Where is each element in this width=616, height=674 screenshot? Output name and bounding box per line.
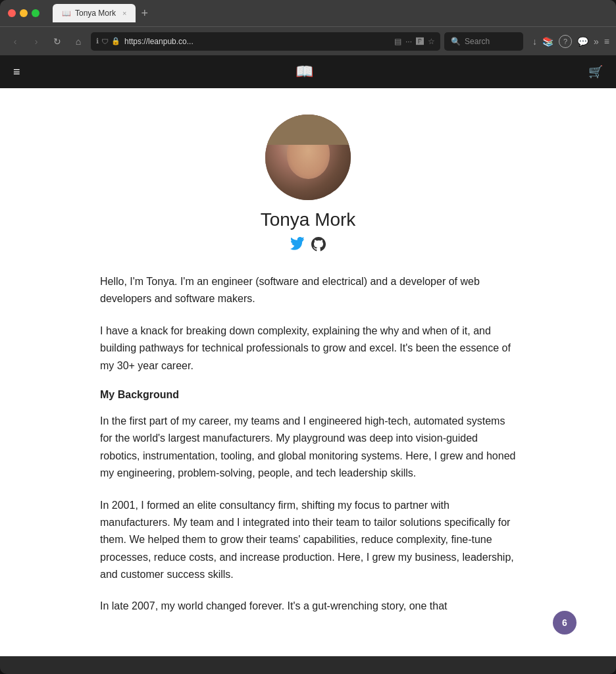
active-tab[interactable]: 📖 Tonya Mork × [53, 4, 136, 22]
bio-section: Hello, I'm Tonya. I'm an engineer (softw… [100, 273, 516, 615]
background-paragraph-2: In 2001, I formed an elite consultancy f… [100, 497, 516, 584]
forward-button[interactable]: › [28, 33, 45, 50]
site-logo[interactable]: 📖 [295, 63, 313, 80]
shield-icon: 🛡 [101, 38, 109, 45]
address-right-icons: ▤ ··· 🅿 ☆ [394, 37, 435, 46]
intro-paragraph-2: I have a knack for breaking down complex… [100, 323, 516, 375]
minimize-traffic-light[interactable] [20, 9, 28, 17]
github-link[interactable] [311, 237, 326, 255]
help-icon[interactable]: ? [559, 35, 572, 48]
cart-button[interactable]: 🛒 [588, 65, 603, 79]
new-tab-button[interactable]: + [141, 7, 148, 20]
overflow-menu-button[interactable]: » [594, 36, 599, 47]
reader-mode-icon[interactable]: ▤ [394, 37, 401, 46]
tab-title: Tonya Mork [75, 9, 116, 18]
hamburger-menu-button[interactable]: ≡ [604, 36, 609, 47]
nav-bar: ‹ › ↻ ⌂ ℹ 🛡 🔒 https://leanpub.co... ▤ ··… [0, 26, 616, 55]
toolbar-right: ↓ 📚 ? 💬 » ≡ [532, 35, 609, 48]
bookmark-icon[interactable]: ☆ [428, 37, 435, 46]
profile-name: Tonya Mork [261, 209, 356, 230]
tab-favicon: 📖 [62, 9, 71, 18]
background-heading: My Background [100, 389, 516, 401]
download-icon[interactable]: ↓ [532, 36, 537, 47]
pocket-icon[interactable]: 🅿 [416, 37, 424, 46]
library-icon[interactable]: 📚 [542, 36, 553, 47]
scroll-position-badge: 6 [553, 611, 577, 635]
profile-avatar [265, 115, 351, 200]
search-placeholder: Search [465, 37, 490, 46]
site-header: ≡ 📖 🛒 [0, 55, 616, 88]
refresh-button[interactable]: ↻ [49, 33, 66, 50]
lock-icon: 🔒 [111, 37, 120, 45]
close-traffic-light[interactable] [8, 9, 16, 17]
address-bar[interactable]: ℹ 🛡 🔒 https://leanpub.co... ▤ ··· 🅿 ☆ [91, 32, 440, 51]
background-paragraph-1: In the first part of my career, my teams… [100, 413, 516, 482]
maximize-traffic-light[interactable] [32, 9, 39, 17]
back-button[interactable]: ‹ [7, 33, 24, 50]
url-text[interactable]: https://leanpub.co... [124, 37, 390, 46]
more-icon[interactable]: ··· [405, 37, 412, 46]
page-content: Tonya Mork Hello, I'm Tonya. I'm an engi [0, 88, 616, 656]
security-icons: ℹ 🛡 🔒 [96, 37, 120, 45]
intro-paragraph-1: Hello, I'm Tonya. I'm an engineer (softw… [100, 273, 516, 308]
cart-icon: 🛒 [588, 65, 603, 78]
search-box[interactable]: 🔍 Search [444, 32, 523, 51]
tab-bar: 📖 Tonya Mork × + [53, 4, 608, 22]
traffic-lights [8, 9, 39, 17]
synced-tabs-icon[interactable]: 💬 [577, 36, 588, 47]
profile-section: Tonya Mork [100, 115, 516, 255]
social-icons [290, 237, 326, 255]
title-bar: 📖 Tonya Mork × + [0, 0, 616, 26]
info-icon: ℹ [96, 37, 99, 45]
tab-close-button[interactable]: × [122, 9, 126, 17]
avatar-image [265, 115, 351, 200]
site-menu-button[interactable]: ≡ [13, 65, 20, 79]
search-icon: 🔍 [451, 37, 461, 46]
twitter-link[interactable] [290, 237, 305, 255]
browser-window: 📖 Tonya Mork × + ‹ › ↻ ⌂ ℹ 🛡 🔒 https://l… [0, 0, 616, 674]
background-paragraph-3: In late 2007, my world changed forever. … [100, 598, 516, 615]
home-button[interactable]: ⌂ [70, 33, 87, 50]
